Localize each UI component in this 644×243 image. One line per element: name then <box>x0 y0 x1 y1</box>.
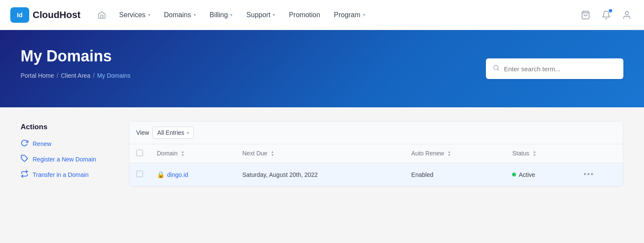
row-status: Active <box>505 163 577 186</box>
nav-item-billing[interactable]: Billing ▾ <box>204 8 239 22</box>
nav-item-program[interactable]: Program ▾ <box>328 8 371 22</box>
row-auto-renew: Enabled <box>404 163 505 186</box>
chevron-icon: ▾ <box>230 12 232 17</box>
domain-table: Domain ▲▼ Next Due ▲▼ Auto Renew ▲▼ Stat… <box>129 144 623 186</box>
table-row: 🔒 dingo.id Saturday, August 20th, 2022 E… <box>129 163 623 186</box>
header-checkbox[interactable] <box>136 149 143 156</box>
breadcrumb-sep-2: / <box>93 72 95 79</box>
chevron-icon: ▾ <box>194 12 196 17</box>
search-input[interactable] <box>504 65 617 73</box>
breadcrumb-sep-1: / <box>57 72 58 79</box>
breadcrumb-portal-home[interactable]: Portal Home <box>21 72 54 79</box>
more-options-button[interactable]: ••• <box>583 170 594 179</box>
row-more: ••• <box>577 163 623 186</box>
logo-text: CloudHost <box>33 9 80 21</box>
view-select-chevron: ▾ <box>187 131 189 135</box>
user-icon-button[interactable] <box>620 8 634 22</box>
cart-icon-button[interactable] <box>579 8 592 22</box>
shield-icon: 🔒 <box>157 171 165 179</box>
register-domain-icon <box>21 155 28 164</box>
row-next-due: Saturday, August 20th, 2022 <box>235 163 404 186</box>
header-checkbox-cell <box>129 144 150 163</box>
col-actions <box>577 144 623 163</box>
chevron-icon: ▾ <box>363 12 365 17</box>
renew-icon <box>21 139 28 149</box>
nav-item-support[interactable]: Support ▾ <box>240 8 281 22</box>
chevron-icon: ▾ <box>273 12 275 17</box>
view-select[interactable]: All Entries ▾ <box>153 127 194 139</box>
sort-arrows-domain: ▲▼ <box>181 150 184 157</box>
notification-dot <box>609 9 612 12</box>
table-toolbar: View All Entries ▾ <box>129 122 623 144</box>
transfer-domain-icon <box>21 170 28 179</box>
logo-icon: Id <box>10 7 29 23</box>
col-domain[interactable]: Domain ▲▼ <box>150 144 235 163</box>
sort-arrows-auto-renew: ▲▼ <box>448 150 451 157</box>
svg-line-3 <box>497 69 499 70</box>
main-content: Actions Renew Register a New Domain <box>0 107 644 200</box>
register-domain-label: Register a New Domain <box>33 156 96 163</box>
nav-links: Services ▾ Domains ▾ Billing ▾ Support ▾… <box>113 8 575 22</box>
transfer-domain-label: Transfer in a Domain <box>33 171 89 178</box>
sidebar-action-register[interactable]: Register a New Domain <box>21 155 115 164</box>
status-badge: Active <box>512 171 570 178</box>
sidebar-action-transfer[interactable]: Transfer in a Domain <box>21 170 115 179</box>
bell-icon-button[interactable] <box>599 8 613 22</box>
col-status[interactable]: Status ▲▼ <box>505 144 577 163</box>
table-header-row: Domain ▲▼ Next Due ▲▼ Auto Renew ▲▼ Stat… <box>129 144 623 163</box>
nav-item-promotion[interactable]: Promotion <box>283 8 326 22</box>
home-icon[interactable] <box>94 7 110 23</box>
hero-banner: My Domains Portal Home / Client Area / M… <box>0 30 644 107</box>
sidebar: Actions Renew Register a New Domain <box>21 121 115 187</box>
breadcrumb-my-domains: My Domains <box>97 72 131 79</box>
sort-arrows-status: ▲▼ <box>533 150 536 157</box>
sidebar-title: Actions <box>21 123 115 131</box>
domain-link[interactable]: 🔒 dingo.id <box>157 171 229 179</box>
chevron-icon: ▾ <box>148 12 150 17</box>
col-next-due[interactable]: Next Due ▲▼ <box>235 144 404 163</box>
search-icon <box>493 64 500 73</box>
nav-item-domains[interactable]: Domains ▾ <box>158 8 202 22</box>
navbar: Id CloudHost Services ▾ Domains ▾ Billin… <box>0 0 644 30</box>
row-checkbox[interactable] <box>136 170 143 177</box>
svg-point-1 <box>625 11 628 14</box>
col-auto-renew[interactable]: Auto Renew ▲▼ <box>404 144 505 163</box>
nav-item-services[interactable]: Services ▾ <box>113 8 156 22</box>
table-area: View All Entries ▾ Domain ▲▼ Next Due <box>129 121 623 187</box>
renew-label: Renew <box>33 140 52 147</box>
breadcrumb-client-area[interactable]: Client Area <box>61 72 90 79</box>
hero-search-box[interactable] <box>486 58 623 79</box>
row-checkbox-cell <box>129 163 150 186</box>
row-domain: 🔒 dingo.id <box>150 163 235 186</box>
sidebar-action-renew[interactable]: Renew <box>21 139 115 149</box>
view-option-label: All Entries <box>157 129 184 136</box>
nav-right <box>579 8 634 22</box>
view-label: View <box>136 129 149 136</box>
logo-area[interactable]: Id CloudHost <box>10 7 80 23</box>
status-dot <box>512 173 516 176</box>
sort-arrows-next-due: ▲▼ <box>271 150 274 157</box>
